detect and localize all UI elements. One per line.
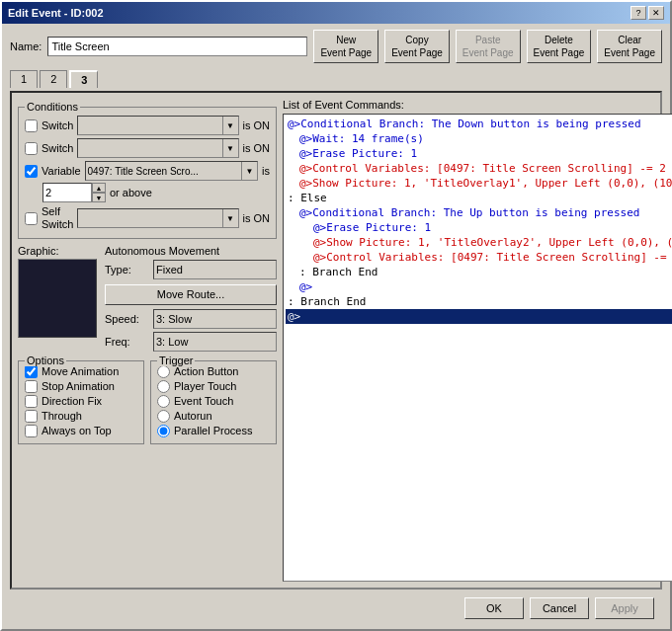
auto-move-label: Autonomous Movement bbox=[105, 245, 277, 257]
switch1-dropdown-arrow: ▼ bbox=[222, 117, 238, 134]
event-item[interactable]: @> bbox=[286, 279, 672, 294]
variable-number-input[interactable] bbox=[42, 183, 92, 202]
self-switch-checkbox[interactable] bbox=[25, 212, 38, 225]
player-touch-radio[interactable] bbox=[157, 380, 170, 393]
freq-select[interactable]: 1: Lowest 2: Lower 3: Low 4: High 5: Hig… bbox=[153, 332, 277, 352]
switch1-row: Switch ▼ is ON bbox=[25, 116, 270, 135]
paste-event-page-button[interactable]: PasteEvent Page bbox=[456, 30, 521, 63]
move-route-button[interactable]: Move Route... bbox=[105, 284, 277, 304]
title-bar-controls: ? ✕ bbox=[630, 6, 664, 20]
variable-checkbox[interactable] bbox=[25, 165, 38, 178]
switch2-checkbox[interactable] bbox=[25, 142, 38, 155]
autonomous-movement-section: Autonomous Movement Type: Fixed Random A… bbox=[105, 245, 277, 354]
speed-label: Speed: bbox=[105, 313, 149, 325]
switch2-ison: is ON bbox=[243, 142, 271, 154]
autorun-radio[interactable] bbox=[157, 410, 170, 423]
self-switch-row: SelfSwitch ▼ is ON bbox=[25, 205, 270, 231]
action-button-radio[interactable] bbox=[157, 365, 170, 378]
action-button-row: Action Button bbox=[157, 365, 270, 378]
direction-fix-checkbox[interactable] bbox=[25, 395, 38, 408]
direction-fix-label: Direction Fix bbox=[42, 395, 102, 407]
through-row: Through bbox=[25, 410, 137, 423]
switch2-row: Switch ▼ is ON bbox=[25, 138, 270, 158]
event-item[interactable]: @>Conditional Branch: The Down button is… bbox=[286, 117, 672, 131]
cancel-button[interactable]: Cancel bbox=[530, 597, 589, 619]
parallel-process-radio[interactable] bbox=[157, 425, 170, 437]
event-item[interactable]: @>Conditional Branch: The Up button is b… bbox=[286, 205, 672, 220]
move-animation-checkbox[interactable] bbox=[25, 365, 38, 378]
event-item[interactable]: @>Show Picture: 1, 'TitleOverlay2', Uppe… bbox=[286, 235, 672, 250]
switch2-label: Switch bbox=[42, 142, 73, 154]
close-button[interactable]: ✕ bbox=[648, 6, 664, 20]
switch1-checkbox[interactable] bbox=[25, 119, 38, 132]
action-button-label: Action Button bbox=[174, 365, 238, 377]
event-item[interactable]: @> bbox=[286, 309, 672, 324]
speed-select[interactable]: 1: x8 Slower 2: x4 Slower 3: Slow 4: Fas… bbox=[153, 309, 277, 329]
always-on-top-row: Always on Top bbox=[25, 425, 137, 437]
variable-number-row: ▲ ▼ bbox=[42, 183, 106, 202]
through-label: Through bbox=[42, 410, 82, 422]
event-touch-label: Event Touch bbox=[174, 395, 233, 407]
trigger-label: Trigger bbox=[157, 355, 195, 366]
delete-event-page-button[interactable]: DeleteEvent Page bbox=[527, 30, 592, 63]
event-item[interactable]: : Else bbox=[286, 191, 672, 205]
clear-event-page-button[interactable]: ClearEvent Page bbox=[597, 30, 662, 63]
options-box: Options Move Animation Stop Animation Di… bbox=[18, 360, 144, 444]
spin-up[interactable]: ▲ bbox=[92, 183, 106, 193]
parallel-process-row: Parallel Process bbox=[157, 425, 270, 437]
event-item[interactable]: @>Control Variables: [0497: Title Screen… bbox=[286, 250, 672, 265]
self-switch-dropdown[interactable]: ▼ bbox=[77, 208, 238, 228]
event-item[interactable]: : Branch End bbox=[286, 265, 672, 279]
autorun-label: Autorun bbox=[174, 410, 212, 422]
tab-1[interactable]: 1 bbox=[10, 70, 38, 88]
switch1-dropdown[interactable]: ▼ bbox=[77, 116, 238, 135]
stop-animation-label: Stop Animation bbox=[42, 380, 115, 392]
direction-fix-row: Direction Fix bbox=[25, 395, 137, 408]
spin-down[interactable]: ▼ bbox=[92, 193, 106, 202]
always-on-top-checkbox[interactable] bbox=[25, 425, 38, 437]
copy-event-page-button[interactable]: CopyEvent Page bbox=[384, 30, 450, 63]
event-touch-radio[interactable] bbox=[157, 395, 170, 408]
type-select[interactable]: Fixed Random Approach Custom bbox=[153, 260, 277, 279]
main-window: Edit Event - ID:002 ? ✕ Name: NewEvent P… bbox=[0, 0, 672, 631]
graphic-box[interactable] bbox=[18, 259, 97, 338]
event-list-label: List of Event Commands: bbox=[283, 99, 672, 111]
autorun-row: Autorun bbox=[157, 410, 270, 423]
event-item[interactable]: @>Show Picture: 1, 'TitleOverlay1', Uppe… bbox=[286, 176, 672, 191]
speed-row: Speed: 1: x8 Slower 2: x4 Slower 3: Slow… bbox=[105, 309, 277, 329]
tabs-row: 1 2 3 bbox=[10, 69, 662, 87]
top-row: Name: NewEvent Page CopyEvent Page Paste… bbox=[10, 30, 662, 63]
event-touch-row: Event Touch bbox=[157, 395, 270, 408]
window-content: Name: NewEvent Page CopyEvent Page Paste… bbox=[2, 24, 670, 629]
move-animation-row: Move Animation bbox=[25, 365, 137, 378]
player-touch-row: Player Touch bbox=[157, 380, 270, 393]
options-trigger-row: Options Move Animation Stop Animation Di… bbox=[18, 360, 277, 444]
event-item[interactable]: @>Wait: 14 frame(s) bbox=[286, 131, 672, 146]
stop-animation-checkbox[interactable] bbox=[25, 380, 38, 393]
variable-spinners: ▲ ▼ bbox=[92, 183, 106, 202]
event-item[interactable]: @>Control Variables: [0497: Title Screen… bbox=[286, 161, 672, 176]
type-row: Type: Fixed Random Approach Custom bbox=[105, 260, 277, 279]
event-item[interactable]: : Branch End bbox=[286, 294, 672, 309]
self-switch-dropdown-arrow: ▼ bbox=[222, 209, 238, 227]
apply-button[interactable]: Apply bbox=[595, 597, 654, 619]
player-touch-label: Player Touch bbox=[174, 380, 236, 392]
new-event-page-button[interactable]: NewEvent Page bbox=[313, 30, 378, 63]
help-button[interactable]: ? bbox=[630, 6, 646, 20]
left-panel: Conditions Switch ▼ is ON Sw bbox=[18, 99, 277, 582]
name-input[interactable] bbox=[47, 37, 307, 56]
tab-2[interactable]: 2 bbox=[40, 70, 67, 88]
event-item[interactable]: @>Erase Picture: 1 bbox=[286, 220, 672, 235]
through-checkbox[interactable] bbox=[25, 410, 38, 423]
type-label: Type: bbox=[105, 264, 149, 276]
options-label: Options bbox=[25, 355, 66, 366]
window-title: Edit Event - ID:002 bbox=[8, 7, 104, 19]
event-list[interactable]: @>Conditional Branch: The Down button is… bbox=[283, 114, 672, 582]
event-item[interactable]: @>Erase Picture: 1 bbox=[286, 146, 672, 161]
variable-dropdown[interactable]: 0497: Title Screen Scro... ▼ bbox=[85, 161, 259, 181]
variable-dropdown-arrow: ▼ bbox=[241, 162, 257, 180]
switch1-ison: is ON bbox=[243, 119, 271, 131]
tab-3[interactable]: 3 bbox=[69, 70, 98, 88]
switch2-dropdown[interactable]: ▼ bbox=[77, 138, 238, 158]
ok-button[interactable]: OK bbox=[464, 597, 524, 619]
